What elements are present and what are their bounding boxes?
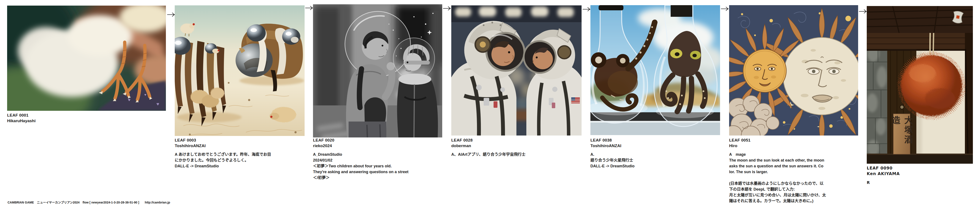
leaf-author: doberman [451,144,582,148]
leaf-id: LEAF 0028 [451,138,582,142]
leaf-body: R [867,180,973,185]
leaf-body: A_DreamStudio 2024/01/02 ＜初夢＞Two childre… [313,152,442,181]
leaf-body: A mage The moon and the sun look at each… [729,152,858,204]
svg-text:♥: ♥ [156,101,159,107]
astronaut-children-art [451,5,582,136]
footer-url-link[interactable]: http://cambrian.jp [145,201,170,204]
leaf-author: Ken AKIYAMA [867,172,973,176]
leaf-image-0051[interactable] [729,5,858,136]
octopus-flasks-art [590,5,720,135]
leaf-author: ToshihiroANZAI [175,144,305,148]
children-bubble-art [313,4,442,137]
leaf-image-0090[interactable]: 大塚酒造 [867,6,973,164]
flow-arrow-icon [859,9,867,14]
flow-arrow-icon [167,12,175,17]
leaf-author: rieko2024 [313,144,442,148]
chick-in-hand-art: ♥ ♥ ♥ [7,6,166,111]
footer-title: CAMBRIAN GAME ニューイヤーカンブリアン2024 flow [ ne… [8,201,139,204]
leaf-id: LEAF 0003 [175,138,305,142]
surreal-creatures-art [175,5,305,136]
footer-bar: CAMBRIAN GAME ニューイヤーカンブリアン2024 flow [ ne… [8,200,170,204]
leaf-body: A あけましておめでとうございます。昨年、海底でお目 にかかりました。今回もどう… [175,152,305,169]
leaf-author: ToshihiroANZAI [590,144,720,148]
leaf-id: LEAF 0038 [590,138,720,142]
leaf-id: LEAF 0020 [313,138,442,142]
leaf-id: LEAF 0051 [729,138,858,142]
leaf-image-0001[interactable]: ♥ ♥ ♥ [7,6,166,111]
leaf-body: A、AIArtアプリ、語り合う少年宇宙飛行士 [451,152,582,158]
cambrian-flow-canvas: ♥ ♥ ♥ [0,0,980,208]
svg-text:♥: ♥ [144,93,146,96]
sugidama-sign-art [867,6,973,164]
leaf-image-0003[interactable] [175,5,305,136]
leaf-body: A. 語り合う少年火星飛行士 DALL-E -> DreamStudio [590,152,720,169]
sake-brewery-sign: 大塚酒造 [893,113,910,154]
leaf-image-0028[interactable] [451,5,582,136]
flow-arrow-icon [721,6,729,12]
flow-arrow-icon [582,6,591,12]
leaf-id: LEAF 0001 [7,113,166,117]
leaf-id: LEAF 0090 [867,166,973,170]
leaf-image-0020[interactable] [313,4,442,137]
flow-arrow-icon [443,6,451,11]
leaf-author: Hiro [729,144,858,148]
leaf-author: HikaruHayashi [7,119,166,123]
sun-moon-art [729,5,858,136]
leaf-image-0038[interactable] [590,5,720,135]
flow-arrow-icon [305,5,313,11]
